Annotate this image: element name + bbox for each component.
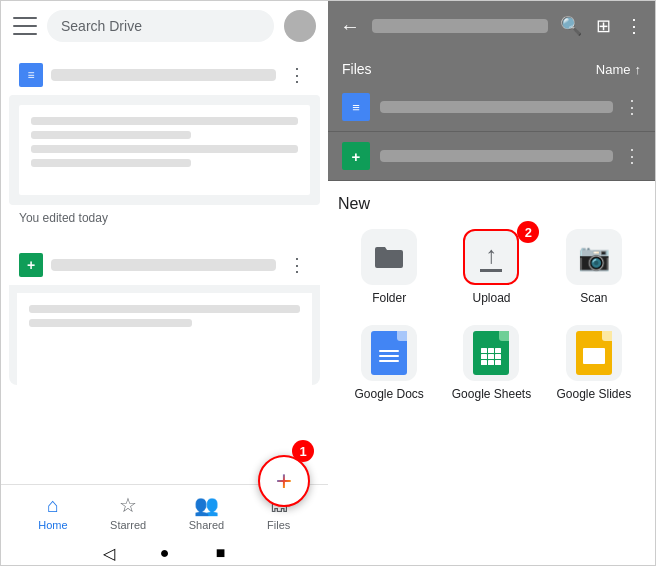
file-thumbnail-1 [9,95,320,205]
sheets-cell [481,360,487,365]
edited-label: You edited today [9,207,320,233]
docs-icon [19,63,43,87]
thumb-line-short [31,159,191,167]
more-icon[interactable]: ⋮ [625,15,643,37]
slides-file-icon [576,331,612,375]
docs-file-icon [371,331,407,375]
right-title-blur [372,19,548,33]
docs-line [379,360,399,362]
badge-2: 2 [517,221,539,243]
back-arrow-icon[interactable]: ← [340,15,360,38]
star-icon: ☆ [116,493,140,517]
new-section: New Folder 2 ↑ [328,181,655,566]
grid-item-scan[interactable]: 📷 Scan [554,229,634,305]
recents-button[interactable]: ■ [213,545,229,561]
grid-item-upload[interactable]: 2 ↑ Upload [451,229,531,305]
files-label: Files [342,61,372,77]
file-section-1: ⋮ You edited today [1,51,328,241]
grid-item-google-docs[interactable]: Google Docs [349,325,429,401]
upload-icon: ↑ [480,243,502,272]
grid-item-google-sheets[interactable]: Google Sheets [451,325,531,401]
nav-label-files: Files [267,519,290,531]
upload-arrow-icon: ↑ [485,243,497,267]
sheets-cell [488,348,494,353]
file-row-2[interactable]: ⋮ [328,132,655,180]
sheets-icon [19,253,43,277]
sheets-cell [481,348,487,353]
thumbnail-lines-1 [19,105,310,185]
fab-button[interactable]: + [258,455,310,507]
slides-inner [583,348,605,364]
back-button[interactable]: ◁ [101,545,117,561]
right-topbar-icons: 🔍 ⊞ ⋮ [560,15,643,37]
file-card-1-header: ⋮ [9,55,320,95]
people-icon: 👥 [194,493,218,517]
folder-label: Folder [372,291,406,305]
thumb-line [31,145,298,153]
docs-line [379,355,399,357]
menu-icon[interactable] [13,17,37,35]
nav-item-starred[interactable]: ☆ Starred [110,493,146,531]
sheets-cell [495,348,501,353]
sheets-cell [488,360,494,365]
google-docs-label: Google Docs [354,387,423,401]
grid-item-google-slides[interactable]: Google Slides [554,325,634,401]
file-thumbnail-inner-1 [19,105,310,195]
sheets-file-icon [473,331,509,375]
search-placeholder: Search Drive [61,18,142,34]
nav-item-home[interactable]: ⌂ Home [38,493,67,531]
sort-arrow-icon: ↑ [635,62,642,77]
thumbnail-lines-2 [17,293,312,345]
nav-item-shared[interactable]: 👥 Shared [189,493,224,531]
sheets-cell [488,354,494,359]
left-panel: Search Drive ⋮ [1,1,328,566]
nav-label-starred: Starred [110,519,146,531]
file-options-1[interactable]: ⋮ [284,64,310,86]
file-row-name-2 [380,150,613,162]
thumb-line [29,305,300,313]
file-section-2: ⋮ [1,241,328,393]
sheets-grid [481,348,501,365]
nav-label-shared: Shared [189,519,224,531]
thumb-line [31,117,298,125]
search-icon[interactable]: 🔍 [560,15,582,37]
camera-icon: 📷 [578,242,610,273]
grid-icon[interactable]: ⊞ [596,15,611,37]
scan-label: Scan [580,291,607,305]
file-card-1[interactable]: ⋮ You edited today [9,55,320,233]
left-header: Search Drive [1,1,328,51]
google-sheets-label: Google Sheets [452,387,531,401]
upload-label: Upload [472,291,510,305]
slides-icon-box [566,325,622,381]
upload-line [480,269,502,272]
name-sort[interactable]: Name ↑ [596,62,641,77]
file-row-options-1[interactable]: ⋮ [623,96,641,118]
file-thumbnail-2 [9,285,320,385]
search-bar[interactable]: Search Drive [47,10,274,42]
folder-icon-box [361,229,417,285]
file-row-1[interactable]: ⋮ [328,83,655,131]
file-row-docs-icon [342,93,370,121]
docs-icon-box [361,325,417,381]
file-card-2-header: ⋮ [9,245,320,285]
file-name-1 [51,69,276,81]
icon-grid-bottom: Google Docs [338,325,645,401]
fab-plus-icon: + [276,467,292,495]
right-topbar: ← 🔍 ⊞ ⋮ [328,1,655,51]
thumb-line-short [31,131,191,139]
file-row-options-2[interactable]: ⋮ [623,145,641,167]
sheets-cell [481,354,487,359]
upload-icon-box: ↑ [463,229,519,285]
right-panel: ← 🔍 ⊞ ⋮ Files Name ↑ ⋮ ⋮ New [328,1,655,566]
android-nav: ◁ ● ■ [1,539,328,566]
home-button[interactable]: ● [157,545,173,561]
new-section-title: New [338,195,645,213]
avatar[interactable] [284,10,316,42]
files-header: Files Name ↑ [328,51,655,83]
docs-lines [379,350,399,362]
sheets-cell [495,360,501,365]
file-options-2[interactable]: ⋮ [284,254,310,276]
file-name-2 [51,259,276,271]
file-card-2[interactable]: ⋮ [9,245,320,385]
grid-item-folder[interactable]: Folder [349,229,429,305]
